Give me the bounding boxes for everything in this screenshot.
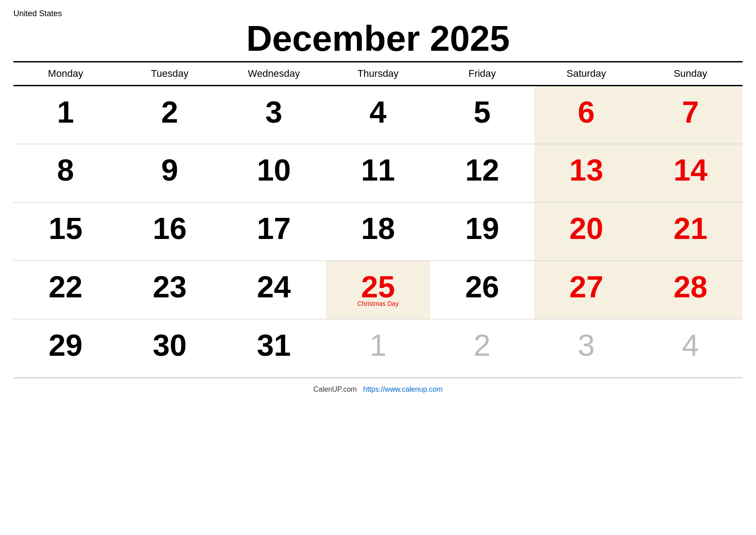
calendar-day-cell: 26 [430,261,534,319]
calendar-week-row: 22232425Christmas Day262728 [13,261,743,319]
holiday-label: Christmas Day [330,300,426,309]
day-number: 27 [569,270,603,304]
day-number: 21 [673,211,708,245]
calendar-day-cell: 2 [118,86,222,144]
calendar-day-cell: 10 [222,144,326,203]
col-header-tuesday: Tuesday [118,62,222,86]
day-number: 1 [57,95,74,129]
col-header-thursday: Thursday [326,62,430,86]
day-number: 16 [153,211,187,245]
day-number: 3 [265,95,282,129]
calendar-day-cell: 19 [430,203,534,261]
day-number: 8 [57,153,74,187]
day-number: 13 [569,153,603,187]
col-header-wednesday: Wednesday [222,62,326,86]
day-number: 2 [161,95,178,129]
calendar-week-row: 2930311234 [13,319,743,378]
footer-site: CalenUP.com [313,385,357,393]
calendar-day-cell: 13 [534,144,638,203]
calendar-day-cell: 5 [430,86,534,144]
col-header-sunday: Sunday [638,62,743,86]
day-number: 28 [673,270,708,304]
calendar-week-row: 15161718192021 [13,203,743,261]
calendar-day-cell: 25Christmas Day [326,261,430,319]
calendar-day-cell: 29 [13,319,118,378]
calendar-day-cell: 17 [222,203,326,261]
day-number: 5 [474,95,491,129]
calendar-day-cell: 21 [638,203,743,261]
day-number: 24 [257,270,291,304]
day-number: 20 [569,211,603,245]
calendar-day-cell: 12 [430,144,534,203]
day-number: 17 [257,211,291,245]
calendar-day-cell: 20 [534,203,638,261]
calendar-week-row: 891011121314 [13,144,743,203]
calendar-table: MondayTuesdayWednesdayThursdayFridaySatu… [13,61,743,378]
calendar-day-cell: 15 [13,203,118,261]
calendar-day-cell: 2 [430,319,534,378]
calendar-day-cell: 18 [326,203,430,261]
day-number: 4 [682,328,699,362]
calendar-day-cell: 9 [118,144,222,203]
calendar-day-cell: 28 [638,261,743,319]
calendar-day-cell: 23 [118,261,222,319]
day-number: 3 [578,328,595,362]
day-number: 31 [257,328,291,362]
calendar-day-cell: 30 [118,319,222,378]
country-label: United States [13,9,743,18]
day-number: 6 [578,95,595,129]
calendar-day-cell: 24 [222,261,326,319]
calendar-day-cell: 4 [326,86,430,144]
day-number: 30 [153,328,187,362]
calendar-day-cell: 8 [13,144,118,203]
day-number: 2 [474,328,491,362]
day-number: 12 [465,153,499,187]
day-number: 29 [48,328,83,362]
calendar-week-row: 1234567 [13,86,743,144]
calendar-day-cell: 14 [638,144,743,203]
calendar-day-cell: 16 [118,203,222,261]
day-number: 9 [161,153,178,187]
day-number: 10 [257,153,291,187]
calendar-day-cell: 31 [222,319,326,378]
day-number: 11 [361,153,395,187]
calendar-header-row: MondayTuesdayWednesdayThursdayFridaySatu… [13,62,743,86]
calendar-day-cell: 7 [638,86,743,144]
calendar-day-cell: 22 [13,261,118,319]
calendar-day-cell: 11 [326,144,430,203]
calendar-page: United States December 2025 MondayTuesda… [13,9,743,394]
day-number: 14 [673,153,708,187]
day-number: 19 [465,211,499,245]
calendar-day-cell: 3 [222,86,326,144]
col-header-friday: Friday [430,62,534,86]
day-number: 26 [465,270,499,304]
day-number: 7 [682,95,699,129]
col-header-saturday: Saturday [534,62,638,86]
day-number: 1 [369,328,387,362]
calendar-day-cell: 4 [638,319,743,378]
calendar-footer: CalenUP.com https://www.calenup.com [13,378,743,394]
day-number: 18 [361,211,395,245]
day-number: 25 [361,270,395,304]
col-header-monday: Monday [13,62,118,86]
calendar-day-cell: 6 [534,86,638,144]
month-title: December 2025 [13,21,743,57]
calendar-day-cell: 27 [534,261,638,319]
day-number: 22 [48,270,83,304]
day-number: 4 [369,95,387,129]
calendar-day-cell: 1 [13,86,118,144]
day-number: 23 [153,270,187,304]
calendar-day-cell: 1 [326,319,430,378]
footer-link[interactable]: https://www.calenup.com [363,385,443,393]
day-number: 15 [48,211,83,245]
calendar-day-cell: 3 [534,319,638,378]
